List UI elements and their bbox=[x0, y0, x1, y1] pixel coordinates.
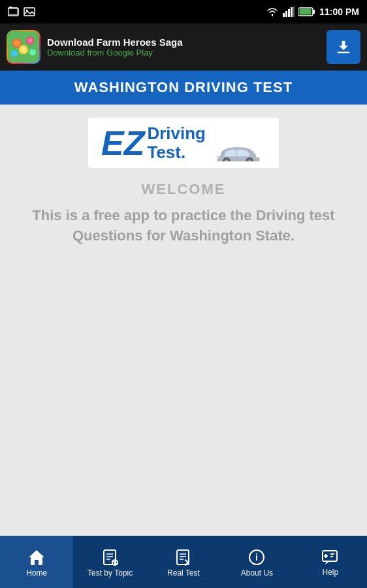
app-header: WASHINGTON DRIVING TEST bbox=[0, 71, 367, 105]
svg-text:i: i bbox=[255, 552, 258, 563]
nav-about-us-label: About Us bbox=[241, 568, 273, 578]
signal-icon bbox=[283, 7, 295, 17]
nav-item-about-us[interactable]: i About Us bbox=[220, 536, 293, 588]
status-bar: 11:00 PM bbox=[0, 0, 367, 24]
ad-banner: Download Farm Heroes Saga Download from … bbox=[0, 24, 367, 71]
svg-point-17 bbox=[28, 39, 33, 43]
svg-point-19 bbox=[21, 47, 26, 52]
logo-test: Test. bbox=[147, 143, 206, 162]
nav-real-test-label: Real Test bbox=[167, 568, 200, 578]
logo-text: Driving Test. bbox=[147, 124, 206, 161]
svg-point-15 bbox=[14, 41, 20, 46]
svg-point-20 bbox=[11, 50, 18, 57]
nav-home-label: Home bbox=[26, 568, 47, 578]
farm-heroes-icon bbox=[8, 31, 39, 63]
nav-help-label: Help bbox=[322, 568, 338, 577]
app-title: WASHINGTON DRIVING TEST bbox=[74, 79, 293, 96]
ad-download-button[interactable] bbox=[327, 30, 360, 64]
svg-rect-22 bbox=[338, 52, 350, 53]
svg-rect-7 bbox=[288, 9, 290, 17]
real-test-icon bbox=[175, 549, 192, 566]
svg-marker-30 bbox=[29, 550, 44, 565]
battery-icon bbox=[298, 7, 315, 16]
svg-rect-29 bbox=[217, 156, 219, 158]
help-icon bbox=[321, 549, 340, 565]
logo-driving: Driving bbox=[147, 124, 206, 143]
home-icon bbox=[27, 549, 46, 566]
logo-area: EZ Driving Test. bbox=[88, 118, 279, 168]
svg-rect-5 bbox=[283, 13, 285, 17]
ad-title: Download Farm Heroes Saga bbox=[47, 37, 320, 48]
logo-ez: EZ bbox=[101, 126, 144, 160]
welcome-title: WELCOME bbox=[142, 181, 226, 198]
svg-rect-9 bbox=[293, 7, 295, 17]
wifi-icon bbox=[266, 7, 279, 17]
download-icon bbox=[334, 38, 353, 56]
logo-car-image bbox=[214, 142, 266, 161]
nav-item-test-by-topic[interactable]: Test by Topic bbox=[73, 536, 146, 588]
ad-text-area: Download Farm Heroes Saga Download from … bbox=[47, 37, 320, 57]
svg-rect-11 bbox=[313, 10, 315, 14]
nav-item-home[interactable]: Home bbox=[0, 536, 73, 588]
about-us-icon: i bbox=[248, 549, 265, 566]
bottom-nav: Home Test by Topic Real Test i bbox=[0, 536, 367, 588]
svg-line-36 bbox=[114, 563, 116, 564]
svg-rect-2 bbox=[8, 8, 18, 14]
svg-point-21 bbox=[29, 49, 36, 56]
ad-app-icon bbox=[7, 30, 40, 64]
welcome-body: This is a free app to practice the Drivi… bbox=[13, 206, 354, 246]
main-content: EZ Driving Test. bbox=[0, 105, 367, 536]
status-time: 11:00 PM bbox=[319, 7, 359, 17]
logo-container: EZ Driving Test. bbox=[88, 118, 279, 168]
status-left-icons bbox=[8, 0, 35, 24]
nav-test-by-topic-label: Test by Topic bbox=[88, 568, 133, 578]
test-by-topic-icon bbox=[102, 549, 119, 566]
ad-subtitle: Download from Google Play bbox=[47, 48, 320, 57]
svg-rect-12 bbox=[300, 9, 311, 15]
nav-item-real-test[interactable]: Real Test bbox=[147, 536, 220, 588]
screenshot-icon bbox=[8, 7, 20, 17]
svg-rect-8 bbox=[291, 7, 293, 17]
image-icon bbox=[24, 7, 35, 17]
svg-rect-3 bbox=[24, 8, 35, 16]
svg-rect-1 bbox=[9, 7, 12, 8]
svg-rect-6 bbox=[285, 11, 287, 17]
nav-item-help[interactable]: Help bbox=[294, 536, 367, 588]
svg-rect-28 bbox=[256, 156, 259, 158]
